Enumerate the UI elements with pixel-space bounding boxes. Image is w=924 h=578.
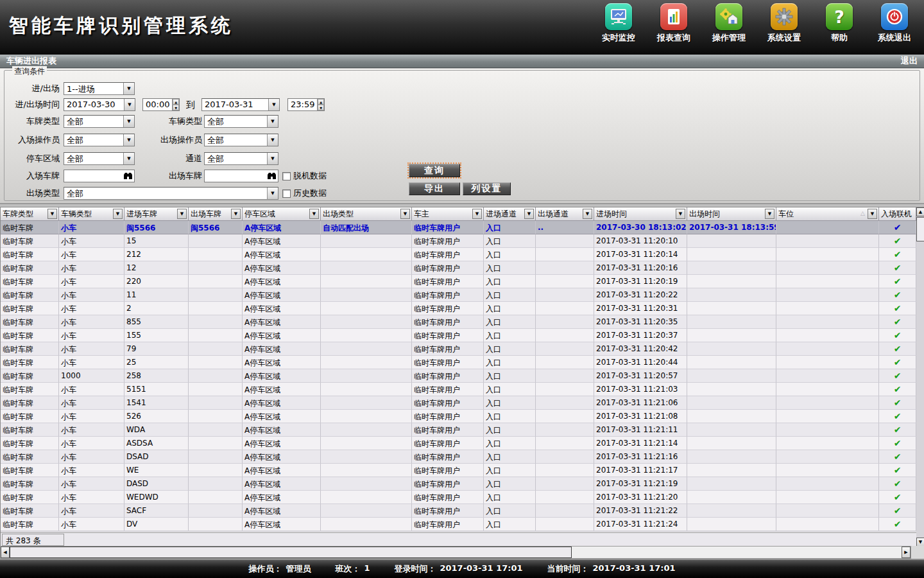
chevron-down-icon[interactable]: ▼ <box>124 99 135 110</box>
chevron-down-icon[interactable]: ▼ <box>123 83 134 94</box>
exit-type-select[interactable]: 全部 ▼ <box>64 187 278 200</box>
column-header-13[interactable]: 入场联机 <box>879 207 916 221</box>
column-filter-button[interactable]: ▼ <box>47 209 57 219</box>
chevron-down-icon[interactable]: ▼ <box>123 116 134 127</box>
toolbar-item-operations[interactable]: 操作管理 <box>705 3 753 44</box>
table-row[interactable]: 临时车牌小车12A停车区域临时车牌用户入口2017-03-31 11:20:16… <box>1 261 916 275</box>
binoculars-search-icon[interactable] <box>267 172 277 180</box>
table-row[interactable]: 临时车牌小车2A停车区域临时车牌用户入口2017-03-31 11:20:31✔ <box>1 302 916 315</box>
table-row[interactable]: 临时车牌小车855A停车区域临时车牌用户入口2017-03-31 11:20:3… <box>1 315 916 329</box>
column-header-4[interactable]: 出场车牌▼ <box>189 207 243 221</box>
to-time-spinner[interactable]: 23:59 ▲▼ <box>287 98 325 111</box>
table-row[interactable]: 临时车牌小车25A停车区域临时车牌用户入口2017-03-31 11:20:44… <box>1 356 916 369</box>
entry-operator-select[interactable]: 全部 ▼ <box>64 134 135 146</box>
column-header-12[interactable]: 车位△▼ <box>776 207 879 221</box>
scroll-right-icon[interactable]: ▶ <box>902 547 911 558</box>
table-row[interactable]: 临时车牌小车ASDSAA停车区域临时车牌用户入口2017-03-31 11:21… <box>1 437 916 450</box>
chevron-down-icon[interactable]: ▼ <box>123 153 134 164</box>
spin-down-icon[interactable]: ▼ <box>173 105 179 110</box>
search-button[interactable]: 查询 <box>409 164 460 177</box>
from-time-spinner[interactable]: 00:00 ▲▼ <box>142 98 180 111</box>
table-row[interactable]: 临时车牌小车526A停车区域临时车牌用户入口2017-03-31 11:21:0… <box>1 410 916 423</box>
offline-data-checkbox[interactable]: 脱机数据 <box>282 170 327 182</box>
table-row[interactable]: 临时车牌1000258A停车区域临时车牌用户入口2017-03-31 11:20… <box>1 369 916 383</box>
column-settings-button[interactable]: 列设置 <box>463 182 511 195</box>
channel-select[interactable]: 全部 ▼ <box>204 152 278 165</box>
from-date-select[interactable]: 2017-03-30 ▼ <box>64 98 135 111</box>
toolbar-item-help[interactable]: ? 帮助 <box>815 3 864 44</box>
chevron-down-icon[interactable]: ▼ <box>267 134 278 146</box>
toolbar-item-system-exit[interactable]: 系统退出 <box>870 3 919 44</box>
scroll-up-icon[interactable]: ▲ <box>916 207 924 216</box>
chevron-down-icon[interactable]: ▼ <box>267 188 278 199</box>
column-filter-button[interactable]: ▼ <box>177 209 187 219</box>
exit-plate-input[interactable] <box>204 170 278 182</box>
binoculars-search-icon[interactable] <box>123 172 133 180</box>
column-header-9[interactable]: 出场通道▼ <box>536 207 594 221</box>
table-row[interactable]: 临时车牌小车SACFA停车区域临时车牌用户入口2017-03-31 11:21:… <box>1 504 916 518</box>
entry-plate-input[interactable] <box>64 170 135 182</box>
table-row[interactable]: 临时车牌小车闽5566闽5566A停车区域自动匹配出场临时车牌用户入口..201… <box>1 221 916 234</box>
table-row[interactable]: 临时车牌小车DSADA停车区域临时车牌用户入口2017-03-31 11:21:… <box>1 450 916 464</box>
table-row[interactable]: 临时车牌小车155A停车区域临时车牌用户入口2017-03-31 11:20:3… <box>1 329 916 342</box>
export-button[interactable]: 导出 <box>409 182 460 195</box>
to-date-select[interactable]: 2017-03-31 ▼ <box>201 98 280 111</box>
column-header-10[interactable]: 进场时间▼ <box>594 207 687 221</box>
column-filter-button[interactable]: ▼ <box>765 209 774 219</box>
table-row[interactable]: 临时车牌小车79A停车区域临时车牌用户入口2017-03-31 11:20:42… <box>1 342 916 356</box>
toolbar-item-report-query[interactable]: 报表查询 <box>649 3 698 44</box>
column-filter-button[interactable]: ▼ <box>676 209 685 219</box>
column-header-2[interactable]: 车辆类型▼ <box>59 207 124 221</box>
table-row[interactable]: 临时车牌小车5151A停车区域临时车牌用户入口2017-03-31 11:21:… <box>1 383 916 396</box>
parking-area-select[interactable]: 全部 ▼ <box>64 152 135 165</box>
horizontal-scroll-thumb[interactable] <box>10 547 572 558</box>
table-row[interactable]: 临时车牌小车DVA停车区域临时车牌用户入口2017-03-31 11:21:24… <box>1 518 916 531</box>
column-filter-button[interactable]: ▼ <box>309 209 319 219</box>
table-row[interactable]: 临时车牌小车11A停车区域临时车牌用户入口2017-03-31 11:20:22… <box>1 288 916 302</box>
column-header-7[interactable]: 车主▼ <box>412 207 484 221</box>
spin-up-icon[interactable]: ▲ <box>318 99 324 105</box>
column-filter-button[interactable]: ▼ <box>231 209 241 219</box>
vertical-scroll-thumb[interactable] <box>916 217 924 241</box>
inout-select[interactable]: 1--进场 ▼ <box>64 82 135 95</box>
column-header-8[interactable]: 进场通道▼ <box>484 207 536 221</box>
column-header-1[interactable]: 车牌类型▼ <box>1 207 59 221</box>
plate-type-select[interactable]: 全部 ▼ <box>64 115 135 128</box>
scroll-left-icon[interactable]: ◀ <box>1 547 10 558</box>
column-header-3[interactable]: 进场车牌▼ <box>124 207 189 221</box>
spin-up-icon[interactable]: ▲ <box>173 99 179 105</box>
column-filter-button[interactable]: ▼ <box>868 209 877 219</box>
column-filter-button[interactable]: ▼ <box>472 209 482 219</box>
column-filter-button[interactable]: ▼ <box>524 209 534 219</box>
chevron-down-icon[interactable]: ▼ <box>123 134 134 146</box>
history-data-checkbox[interactable]: 历史数据 <box>282 187 327 200</box>
column-header-11[interactable]: 出场时间▼ <box>687 207 776 221</box>
column-filter-button[interactable]: ▼ <box>113 209 123 219</box>
table-row[interactable]: 临时车牌小车WEDWDA停车区域临时车牌用户入口2017-03-31 11:21… <box>1 491 916 504</box>
toolbar-item-realtime-monitor[interactable]: 实时监控 <box>594 3 643 44</box>
table-row[interactable]: 临时车牌小车DASDA停车区域临时车牌用户入口2017-03-31 11:21:… <box>1 477 916 491</box>
chevron-down-icon[interactable]: ▼ <box>268 99 279 110</box>
table-row[interactable]: 临时车牌小车1541A停车区域临时车牌用户入口2017-03-31 11:21:… <box>1 396 916 410</box>
column-filter-button[interactable]: ▼ <box>583 209 592 219</box>
exit-link[interactable]: 退出 <box>901 55 918 67</box>
table-row[interactable]: 临时车牌小车212A停车区域临时车牌用户入口2017-03-31 11:20:1… <box>1 248 916 261</box>
column-filter-button[interactable]: ▼ <box>400 209 410 219</box>
query-group-title: 查询条件 <box>12 66 47 77</box>
horizontal-scrollbar[interactable]: ◀ ▶ <box>0 546 911 559</box>
table-cell: 小车 <box>59 356 124 369</box>
chevron-down-icon[interactable]: ▼ <box>267 116 278 127</box>
exit-operator-select[interactable]: 全部 ▼ <box>204 134 278 146</box>
vertical-scrollbar[interactable]: ▲ ▼ <box>916 207 924 547</box>
toolbar-item-settings[interactable]: 系统设置 <box>760 3 809 44</box>
scroll-down-icon[interactable]: ▼ <box>916 538 924 547</box>
table-row[interactable]: 临时车牌小车WEA停车区域临时车牌用户入口2017-03-31 11:21:17… <box>1 464 916 477</box>
chevron-down-icon[interactable]: ▼ <box>267 153 278 164</box>
column-header-5[interactable]: 停车区域▼ <box>243 207 321 221</box>
table-row[interactable]: 临时车牌小车WDAA停车区域临时车牌用户入口2017-03-31 11:21:1… <box>1 423 916 437</box>
column-header-6[interactable]: 出场类型▼ <box>321 207 412 221</box>
vehicle-type-select[interactable]: 全部 ▼ <box>204 115 278 128</box>
table-row[interactable]: 临时车牌小车220A停车区域临时车牌用户入口2017-03-31 11:20:1… <box>1 275 916 288</box>
spin-down-icon[interactable]: ▼ <box>318 105 324 110</box>
table-row[interactable]: 临时车牌小车15A停车区域临时车牌用户入口2017-03-31 11:20:10… <box>1 234 916 248</box>
